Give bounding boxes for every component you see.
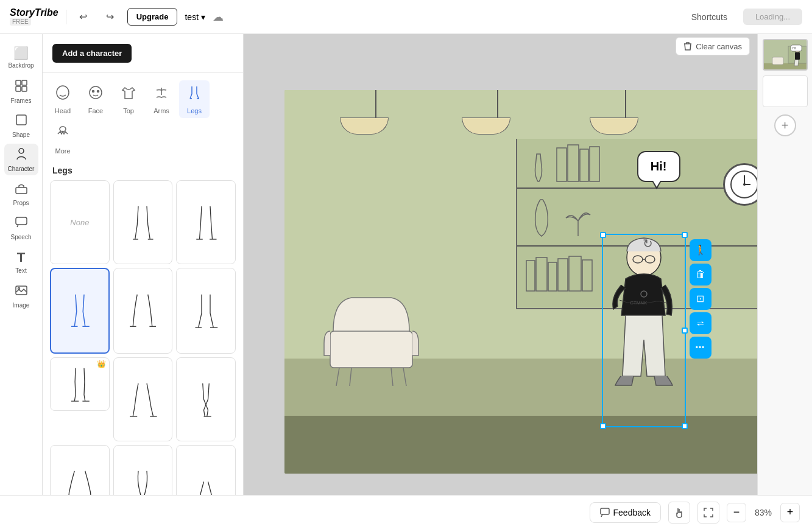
- cloud-icon[interactable]: ☁: [213, 10, 224, 24]
- upgrade-button[interactable]: Upgrade: [127, 8, 178, 26]
- left-sidebar: ⬜ Backdrop Frames Shape Charact: [0, 34, 43, 529]
- svg-rect-3: [22, 86, 27, 91]
- sidebar-item-text[interactable]: T Text: [4, 246, 38, 278]
- legs-item-crown[interactable]: 👑: [50, 357, 110, 411]
- canvas[interactable]: CTMNK 🚶 🗑 ⊡ ⇌ ••• Hi!: [284, 90, 772, 474]
- svg-rect-6: [16, 187, 27, 194]
- logo-badge: FREE: [10, 18, 31, 26]
- svg-point-11: [90, 86, 102, 99]
- logo-text: StoryTribe: [10, 8, 58, 18]
- tab-label: Face: [88, 107, 103, 114]
- svg-rect-23: [569, 256, 581, 291]
- zoom-in-button[interactable]: +: [780, 503, 800, 522]
- sidebar-item-label: Text: [15, 267, 26, 274]
- feedback-label: Feedback: [613, 508, 651, 517]
- svg-rect-1: [22, 80, 27, 85]
- tab-label: Legs: [187, 107, 202, 114]
- add-frame-button[interactable]: +: [774, 114, 796, 136]
- legs-item-3[interactable]: [176, 180, 236, 264]
- sidebar-item-shape[interactable]: Shape: [4, 110, 38, 141]
- tab-more[interactable]: More: [48, 121, 78, 158]
- shortcuts-button[interactable]: Shortcuts: [683, 9, 736, 26]
- svg-point-10: [57, 86, 69, 99]
- clear-canvas-label: Clear canvas: [696, 42, 742, 51]
- zoom-out-button[interactable]: −: [727, 503, 746, 522]
- fit-screen-button[interactable]: [697, 502, 719, 524]
- tab-face[interactable]: Face: [80, 80, 111, 118]
- walk-button[interactable]: 🚶: [690, 239, 711, 261]
- svg-point-12: [93, 91, 94, 93]
- bottom-bar: Feedback − 83% +: [0, 495, 812, 529]
- tab-head[interactable]: Head: [48, 80, 78, 118]
- svg-rect-15: [557, 148, 567, 181]
- tab-label: Top: [123, 107, 134, 114]
- svg-text:CTMNK: CTMNK: [630, 300, 648, 306]
- more-button[interactable]: •••: [690, 337, 711, 359]
- sidebar-item-label: Backdrop: [8, 62, 34, 69]
- image-icon: [15, 284, 28, 300]
- svg-rect-41: [764, 63, 808, 71]
- character-panel: Add a character Head Face: [43, 34, 244, 529]
- legs-item-8[interactable]: [113, 357, 173, 441]
- header: StoryTribe FREE ↩ ↪ Upgrade test ▾ ☁ Sho…: [0, 0, 812, 34]
- svg-line-32: [350, 368, 351, 386]
- sidebar-item-image[interactable]: Image: [4, 280, 38, 312]
- more-icon: [54, 124, 71, 145]
- sidebar-item-character[interactable]: Character: [4, 144, 38, 175]
- svg-rect-29: [330, 331, 412, 368]
- action-toolbar: 🚶 🗑 ⊡ ⇌ •••: [690, 239, 711, 359]
- legs-item-crown-wrap: 👑: [50, 357, 110, 441]
- legs-item-none[interactable]: None: [50, 180, 110, 264]
- arms-icon: [153, 84, 170, 105]
- tab-legs[interactable]: Legs: [179, 80, 210, 118]
- project-name[interactable]: test ▾: [185, 12, 205, 22]
- shelf-books-top: [554, 142, 602, 184]
- svg-rect-2: [16, 86, 21, 91]
- shelf-vase2: [529, 197, 554, 239]
- lamp-left: [364, 90, 389, 135]
- legs-item-6[interactable]: [176, 268, 236, 353]
- tab-arms[interactable]: Arms: [146, 80, 177, 118]
- legs-item-9[interactable]: [176, 357, 236, 441]
- hand-tool-button[interactable]: [668, 502, 690, 524]
- legs-item-4-selected[interactable]: [50, 268, 110, 353]
- tab-label: Arms: [154, 107, 169, 114]
- tab-label: More: [55, 147, 70, 155]
- sidebar-item-label: Speech: [11, 234, 32, 240]
- svg-text:Hi!: Hi!: [793, 46, 796, 50]
- clear-canvas-button[interactable]: Clear canvas: [676, 37, 750, 55]
- sidebar-item-label: Frames: [11, 97, 32, 104]
- chevron-down-icon: ▾: [201, 12, 205, 22]
- sidebar-item-frames[interactable]: Frames: [4, 75, 38, 107]
- delete-button[interactable]: 🗑: [690, 264, 711, 286]
- svg-rect-18: [590, 147, 599, 181]
- sidebar-item-label: Image: [13, 302, 30, 309]
- trash-icon: [683, 41, 692, 51]
- flip-button[interactable]: ⇌: [690, 312, 711, 334]
- tab-top[interactable]: Top: [113, 80, 144, 118]
- text-icon: T: [17, 250, 25, 265]
- legs-item-5[interactable]: [113, 268, 173, 353]
- sidebar-item-label: Shape: [12, 131, 30, 138]
- sidebar-item-backdrop[interactable]: ⬜ Backdrop: [4, 41, 38, 73]
- undo-button[interactable]: ↩: [74, 7, 93, 27]
- speech-bubble[interactable]: Hi!: [637, 151, 680, 182]
- header-divider: [66, 10, 66, 24]
- shelf-books-bottom: [523, 251, 596, 294]
- app-logo[interactable]: StoryTribe FREE: [10, 8, 58, 26]
- canvas-thumbnail[interactable]: Hi!: [763, 39, 808, 71]
- resize-button[interactable]: ⊡: [690, 288, 711, 310]
- add-character-button[interactable]: Add a character: [52, 44, 132, 63]
- svg-point-5: [19, 149, 24, 153]
- speech-icon: [15, 215, 28, 232]
- refresh-icon[interactable]: ↻: [643, 236, 653, 251]
- character-figure[interactable]: CTMNK 🚶 🗑 ⊡ ⇌ •••: [604, 236, 683, 425]
- feedback-button[interactable]: Feedback: [590, 502, 661, 523]
- sidebar-item-props[interactable]: Props: [4, 178, 38, 209]
- legs-item-2[interactable]: [113, 180, 173, 264]
- sidebar-item-speech[interactable]: Speech: [4, 212, 38, 243]
- zoom-controls: − 83% +: [727, 503, 800, 522]
- redo-button[interactable]: ↪: [101, 7, 120, 27]
- svg-rect-20: [536, 257, 547, 291]
- svg-rect-44: [795, 52, 800, 60]
